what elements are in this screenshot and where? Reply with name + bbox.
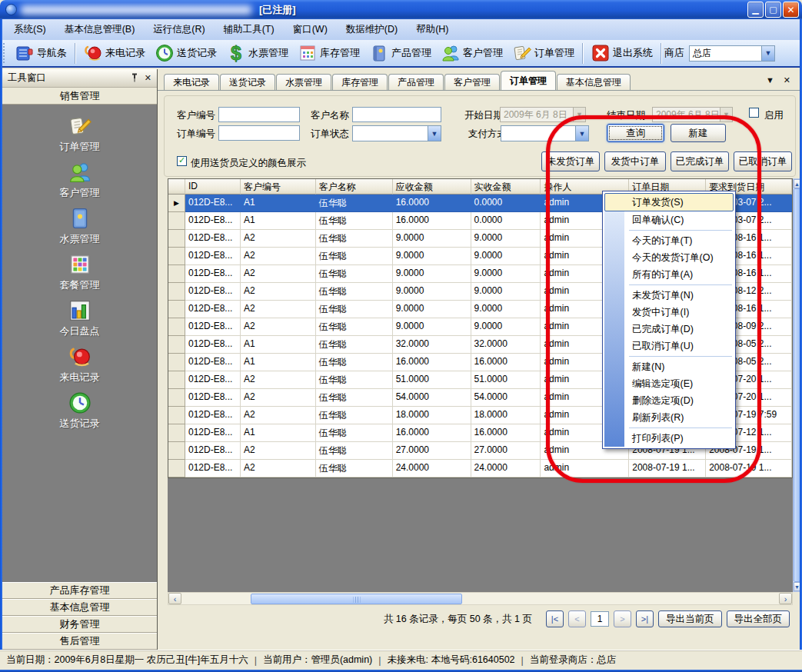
context-menu-item-6[interactable]: 发货中订单(I) bbox=[604, 304, 734, 321]
export-current-page-button[interactable]: 导出当前页 bbox=[658, 610, 722, 627]
horizontal-scroll-thumb[interactable] bbox=[251, 594, 462, 604]
menu-item-3[interactable]: 辅助工具(T) bbox=[215, 19, 284, 40]
row-indicator bbox=[168, 424, 185, 442]
chevron-down-icon[interactable]: ▼ bbox=[761, 46, 774, 61]
column-header-应收金额[interactable]: 应收金额 bbox=[393, 179, 471, 195]
column-header-实收金额[interactable]: 实收金额 bbox=[471, 179, 541, 195]
close-button[interactable]: ✕ bbox=[783, 2, 799, 18]
horizontal-scrollbar[interactable]: ‹ › bbox=[168, 592, 793, 605]
completed-orders-button[interactable]: 已完成订单 bbox=[671, 151, 729, 171]
minimize-button[interactable]: ▁ bbox=[747, 2, 764, 18]
toolbar-nav-bar-button[interactable]: 导航条 bbox=[10, 42, 72, 65]
context-menu-item-13[interactable]: 打印列表(P) bbox=[604, 430, 734, 447]
table-row[interactable]: 012D-E8...A2伍华聪24.000024.0000admin2008-0… bbox=[168, 460, 792, 477]
end-date-picker[interactable]: 2009年 6月 8日 ▼ bbox=[652, 107, 733, 122]
menu-item-6[interactable]: 帮助(H) bbox=[407, 19, 458, 40]
context-menu-item-12[interactable]: 刷新列表(R) bbox=[604, 409, 734, 426]
context-menu-item-2[interactable]: 今天的订单(T) bbox=[604, 232, 734, 249]
new-button[interactable]: 新建 bbox=[671, 124, 726, 142]
sidebar-item-送货记录[interactable]: 送货记录 bbox=[2, 389, 157, 432]
toolbar-water-ticket-button[interactable]: $水票管理 bbox=[221, 42, 293, 65]
toolbar-inventory-button[interactable]: 库存管理 bbox=[293, 42, 364, 65]
tab-来电记录[interactable]: 来电记录 bbox=[164, 74, 219, 90]
tab-订单管理[interactable]: 订单管理 bbox=[501, 71, 556, 90]
sidebar-item-订单管理[interactable]: 订单管理 bbox=[2, 112, 157, 155]
query-button[interactable]: 查询 bbox=[607, 124, 664, 142]
tab-送货记录[interactable]: 送货记录 bbox=[220, 74, 275, 90]
chevron-down-icon[interactable]: ▼ bbox=[575, 126, 588, 141]
toolbar-product-button[interactable]: 产品管理 bbox=[364, 42, 436, 65]
column-header-ID[interactable]: ID bbox=[185, 179, 241, 195]
color-display-checkbox[interactable] bbox=[177, 156, 187, 166]
menu-item-0[interactable]: 系统(S) bbox=[5, 19, 55, 40]
context-menu-item-11[interactable]: 删除选定项(D) bbox=[604, 392, 734, 409]
menu-item-4[interactable]: 窗口(W) bbox=[284, 19, 337, 40]
tab-基本信息管理[interactable]: 基本信息管理 bbox=[557, 74, 631, 90]
sidebar-group-sales[interactable]: 销售管理 bbox=[2, 88, 157, 105]
toolbar-delivery-records-button[interactable]: 送货记录 bbox=[150, 42, 221, 65]
context-menu-item-10[interactable]: 编辑选定项(E) bbox=[604, 375, 734, 392]
scroll-left-icon[interactable]: ‹ bbox=[168, 593, 181, 604]
context-menu-item-7[interactable]: 已完成订单(D) bbox=[604, 321, 734, 338]
sidebar-group-1[interactable]: 基本信息管理 bbox=[2, 599, 157, 616]
order-no-input[interactable] bbox=[218, 125, 300, 141]
last-page-button[interactable]: >| bbox=[636, 610, 654, 627]
context-menu-item-8[interactable]: 已取消订单(U) bbox=[604, 338, 734, 354]
not-shipped-orders-button[interactable]: 未发货订单 bbox=[541, 151, 600, 171]
column-header-客户编号[interactable]: 客户编号 bbox=[241, 179, 316, 195]
sidebar-item-来电记录[interactable]: 来电记录 bbox=[2, 343, 157, 386]
customer-name-input[interactable] bbox=[352, 107, 441, 122]
toolbar-grip[interactable] bbox=[3, 43, 7, 63]
chevron-down-icon[interactable]: ▼ bbox=[428, 126, 441, 141]
tab-list-dropdown-icon[interactable]: ▼ bbox=[766, 75, 774, 85]
context-menu-item-5[interactable]: 未发货订单(N) bbox=[604, 287, 734, 304]
sidebar-item-今日盘点[interactable]: 今日盘点 bbox=[2, 297, 157, 340]
context-menu-item-3[interactable]: 今天的发货订单(O) bbox=[604, 249, 734, 266]
pay-method-select[interactable]: ▼ bbox=[501, 125, 589, 141]
context-menu-item-4[interactable]: 所有的订单(A) bbox=[604, 266, 734, 283]
sidebar-item-套餐管理[interactable]: 套餐管理 bbox=[2, 251, 157, 294]
sidebar-group-0[interactable]: 产品库存管理 bbox=[2, 582, 157, 599]
next-page-button[interactable]: > bbox=[614, 610, 631, 627]
export-all-pages-button[interactable]: 导出全部页 bbox=[727, 610, 790, 627]
customer-no-input[interactable] bbox=[218, 107, 300, 122]
context-menu-item-1[interactable]: 回单确认(C) bbox=[604, 211, 734, 228]
toolbar-call-records-button[interactable]: 来电记录 bbox=[78, 42, 150, 65]
context-menu-item-9[interactable]: 新建(N) bbox=[604, 358, 734, 375]
column-header-客户名称[interactable]: 客户名称 bbox=[316, 179, 393, 195]
scroll-right-icon[interactable]: › bbox=[779, 593, 792, 604]
first-page-button[interactable]: |< bbox=[546, 610, 564, 627]
tab-close-icon[interactable]: ✕ bbox=[784, 75, 790, 85]
toolbar-customer-button[interactable]: 客户管理 bbox=[436, 42, 507, 65]
tab-产品管理[interactable]: 产品管理 bbox=[388, 74, 444, 90]
tab-库存管理[interactable]: 库存管理 bbox=[332, 74, 388, 90]
sidebar-item-客户管理[interactable]: 客户管理 bbox=[2, 158, 157, 201]
maximize-button[interactable]: ▢ bbox=[765, 2, 781, 18]
sidebar-group-3[interactable]: 售后管理 bbox=[2, 633, 157, 650]
pin-icon[interactable] bbox=[131, 73, 138, 84]
table-cell: 012D-E8... bbox=[185, 354, 241, 371]
table-cell: 伍华聪 bbox=[316, 230, 393, 248]
menu-item-1[interactable]: 基本信息管理(B) bbox=[55, 19, 145, 40]
toolbar-exit-button[interactable]: 退出系统 bbox=[586, 42, 657, 65]
toolbar-order-button[interactable]: 订单管理 bbox=[507, 42, 579, 65]
menu-item-2[interactable]: 运行信息(R) bbox=[144, 19, 214, 40]
start-date-label: 开始日期 bbox=[464, 109, 503, 122]
cancelled-orders-button[interactable]: 已取消订单 bbox=[734, 151, 792, 171]
sidebar-item-水票管理[interactable]: 水票管理 bbox=[2, 205, 157, 248]
shipping-orders-button[interactable]: 发货中订单 bbox=[604, 151, 666, 171]
sidebar-group-2[interactable]: 财务管理 bbox=[2, 616, 157, 633]
context-menu-item-0[interactable]: 订单发货(S) bbox=[604, 193, 734, 211]
close-tool-window-icon[interactable]: ✕ bbox=[145, 73, 151, 83]
enable-checkbox[interactable] bbox=[749, 108, 759, 118]
order-status-select[interactable]: ▼ bbox=[352, 125, 441, 141]
shop-select[interactable]: 总店 ▼ bbox=[689, 45, 775, 62]
table-cell: 16.0000 bbox=[393, 424, 471, 442]
tab-水票管理[interactable]: 水票管理 bbox=[276, 74, 331, 90]
prev-page-button[interactable]: < bbox=[568, 610, 586, 627]
start-date-picker[interactable]: 2009年 6月 8日 ▼ bbox=[500, 107, 586, 122]
menu-item-5[interactable]: 数据维护(D) bbox=[337, 19, 407, 40]
toolbar-exit-label: 退出系统 bbox=[613, 46, 653, 60]
tab-客户管理[interactable]: 客户管理 bbox=[444, 74, 500, 90]
page-number-input[interactable] bbox=[591, 611, 609, 627]
